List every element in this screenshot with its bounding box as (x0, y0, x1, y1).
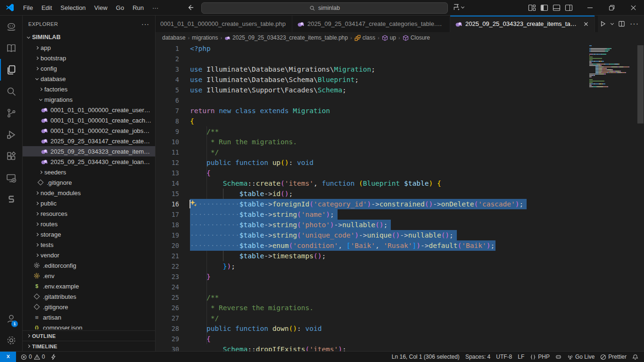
activity-remote-preview[interactable] (0, 167, 22, 189)
tab-0001_01_01_000000_create_users_table.php[interactable]: 0001_01_01_000000_create_users_table.php (156, 16, 292, 32)
folder-config[interactable]: config (23, 63, 155, 74)
line-content: public function up(): void (190, 157, 314, 168)
folder-resources[interactable]: resources (23, 208, 155, 219)
section-timeline[interactable]: TIMELINE (23, 341, 155, 351)
sidebar-left-icon[interactable] (540, 4, 548, 12)
file-artisan[interactable]: ≡artisan (23, 312, 155, 322)
command-center-search[interactable]: siminlab (201, 2, 448, 14)
tab-2025_09_25_034147_create_categories_table.php[interactable]: 2025_09_25_034147_create_categories_tabl… (292, 16, 450, 32)
folder-seeders[interactable]: seeders (23, 167, 155, 177)
minimize-button[interactable] (579, 0, 601, 16)
menu-edit[interactable]: Edit (37, 2, 56, 13)
line-number: 12 (156, 157, 179, 168)
folder-migrations[interactable]: migrations (23, 94, 155, 105)
status-go-live[interactable]: Go Live (564, 352, 597, 362)
status-prettier[interactable]: Prettier (597, 352, 629, 362)
menu-go[interactable]: Go (112, 2, 128, 13)
file-0001_01_01_000001_create_cache_table.php[interactable]: 0001_01_01_000001_create_cache_table.php (23, 115, 155, 125)
activity-explorer[interactable] (0, 59, 22, 81)
file-.editorconfig[interactable]: .editorconfig (23, 260, 155, 271)
file-.env[interactable]: .env (23, 271, 155, 281)
activity-source-control[interactable] (0, 102, 22, 124)
breadcrumb-item[interactable]: up (382, 34, 396, 41)
file-.gitignore[interactable]: .gitignore (23, 302, 155, 312)
menu-[interactable]: ··· (148, 2, 163, 13)
status-language-mode[interactable]: PHP (527, 352, 553, 362)
activity-s-logo[interactable] (0, 189, 22, 211)
breadcrumb-item[interactable]: database (162, 34, 185, 41)
explorer-more-actions-button[interactable]: ··· (141, 20, 149, 28)
activity-settings[interactable] (0, 329, 22, 351)
editor-group: 0001_01_01_000000_create_users_table.php… (156, 16, 644, 351)
activity-extensions[interactable] (0, 146, 22, 167)
close-window-button[interactable] (622, 0, 644, 16)
file-composer.json[interactable]: {}composer.json (23, 322, 155, 329)
activity-search[interactable] (0, 81, 22, 102)
status-indentation[interactable]: Spaces: 4 (462, 352, 493, 362)
editor-scrollbar[interactable] (637, 45, 644, 123)
status-notifications[interactable] (629, 352, 641, 362)
activity-run-debug[interactable] (0, 124, 22, 146)
file-2025_09_25_034147_create_categories_table.php[interactable]: 2025_09_25_034147_create_categories_tabl… (23, 136, 155, 146)
file-2025_09_25_034323_create_items_table.php[interactable]: 2025_09_25_034323_create_items_table.php (23, 146, 155, 156)
status-copilot-status[interactable] (553, 352, 564, 362)
file-.gitignore[interactable]: .gitignore (23, 177, 155, 188)
folder-tests[interactable]: tests (23, 239, 155, 250)
file-0001_01_01_000002_create_jobs_table.php[interactable]: 0001_01_01_000002_create_jobs_table.php (23, 125, 155, 136)
tab-2025_09_25_034323_create_items_table.php[interactable]: 2025_09_25_034323_create_items_table.php (450, 16, 595, 32)
activity-book[interactable] (0, 37, 22, 59)
file-2025_09_25_034430_create_loans_table.php[interactable]: 2025_09_25_034430_create_loans_table.php (23, 156, 155, 167)
section-outline[interactable]: OUTLINE (23, 330, 155, 341)
code-line-29: 29 { (156, 334, 589, 344)
activity-accounts[interactable]: 1 (0, 308, 22, 329)
folder-app[interactable]: app (23, 42, 155, 53)
run-code-button[interactable] (598, 19, 608, 29)
split-editor-button[interactable] (617, 19, 627, 29)
layout-grid-icon[interactable] (528, 4, 536, 12)
breadcrumb-item[interactable]: class (355, 34, 375, 41)
thunder-status[interactable] (48, 352, 59, 362)
folder-public[interactable]: public (23, 198, 155, 208)
breadcrumb-item[interactable]: migrations (192, 34, 218, 41)
menu-selection[interactable]: Selection (56, 2, 90, 13)
line-number: 14 (156, 178, 179, 189)
copilot-menu-button[interactable] (453, 3, 464, 11)
folder-storage[interactable]: storage (23, 229, 155, 239)
file-0001_01_01_000000_create_users_table.php[interactable]: 0001_01_01_000000_create_users_table.php (23, 105, 155, 115)
panel-bottom-icon[interactable] (553, 4, 561, 12)
breadcrumb-item[interactable]: Closure (403, 34, 430, 41)
folder-factories[interactable]: factories (23, 84, 155, 94)
menu-file[interactable]: File (19, 2, 37, 13)
tree-item-label: app (41, 44, 155, 51)
folder-vendor[interactable]: vendor (23, 250, 155, 260)
file-.gitattributes[interactable]: .gitattributes (23, 291, 155, 302)
folder-node_modules[interactable]: node_modules (23, 188, 155, 198)
restore-button[interactable] (601, 0, 622, 16)
folder-bootstrap[interactable]: bootstrap (23, 53, 155, 63)
chevron-right-icon (37, 88, 44, 90)
menu-view[interactable]: View (90, 2, 112, 13)
file-.env.example[interactable]: $.env.example (23, 281, 155, 291)
back-button[interactable] (187, 4, 195, 11)
status-eol[interactable]: LF (515, 352, 527, 362)
close-tab-button[interactable] (582, 20, 590, 28)
status-cursor-position[interactable]: Ln 16, Col 1 (306 selected) (389, 352, 462, 362)
sidebar-right-icon[interactable] (565, 4, 573, 12)
breadcrumb-item[interactable]: 2025_09_25_034323_create_items_table.php (224, 34, 348, 41)
code-editor[interactable]: 1<?php23use Illuminate\Database\Migratio… (156, 43, 644, 351)
folder-database[interactable]: database (23, 74, 155, 84)
menu-run[interactable]: Run (128, 2, 148, 13)
minimap-line (589, 69, 636, 70)
php-file-icon (41, 158, 48, 165)
status-encoding[interactable]: UTF-8 (493, 352, 515, 362)
more-actions-button[interactable]: ··· (628, 18, 640, 30)
workspace-root-folder[interactable]: SIMINLAB (23, 32, 155, 42)
activity-copilot-chat[interactable] (0, 16, 22, 37)
remote-indicator[interactable] (0, 352, 16, 362)
folder-routes[interactable]: routes (23, 219, 155, 229)
run-dropdown-button[interactable] (610, 22, 615, 26)
minimap[interactable] (589, 45, 644, 168)
problems-indicator[interactable]: 0 0 (18, 352, 48, 362)
minimap-line (589, 74, 636, 74)
copilot-sparkle-icon[interactable] (190, 199, 197, 206)
